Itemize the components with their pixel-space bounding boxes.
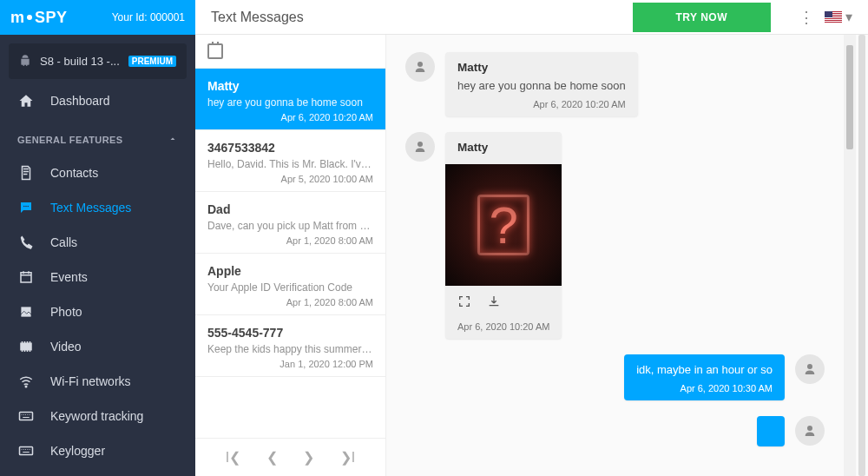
svg-rect-5 [20, 447, 33, 455]
image-icon [17, 304, 35, 320]
download-icon[interactable] [487, 294, 501, 311]
kebab-menu-icon[interactable]: ⋮ [799, 8, 814, 27]
pager-next[interactable]: ❯ [303, 449, 314, 466]
sidebar-item-label: Contacts [50, 166, 98, 180]
sidebar-item-events[interactable]: Events [0, 260, 195, 294]
sidebar: mSPY Your Id: 000001 S8 - build 13 -... … [0, 0, 195, 476]
expand-icon[interactable] [457, 294, 471, 311]
sidebar-item-label: Text Messages [50, 201, 131, 215]
sidebar-nav: Dashboard GENERAL FEATURES Contacts Text… [0, 83, 195, 476]
date-filter-row[interactable] [195, 35, 385, 69]
sidebar-item-calls[interactable]: Calls [0, 225, 195, 260]
message-time: Apr 6, 2020 10:20 AM [457, 99, 626, 109]
sidebar-item-photo[interactable]: Photo [0, 294, 195, 329]
avatar-icon [795, 354, 825, 384]
home-icon [17, 93, 35, 109]
conversation-item[interactable]: 555-4545-777Keep the kids happy this sum… [195, 315, 385, 377]
conv-time: Apr 1, 2020 8:00 AM [207, 235, 373, 246]
brand-dot-icon [27, 15, 32, 20]
sidebar-item-label: Events [50, 270, 88, 284]
incoming-message-row: Matty?Apr 6, 2020 10:20 AM [405, 132, 825, 339]
svg-point-1 [25, 206, 27, 208]
message-sender: Matty [445, 132, 562, 159]
message-bubble: Matty?Apr 6, 2020 10:20 AM [445, 132, 562, 339]
brand-m: m [10, 9, 24, 27]
avatar-icon [405, 52, 435, 82]
conv-preview: Hello, David. This is Mr. Black. I've no… [207, 158, 373, 170]
sidebar-item-dashboard[interactable]: Dashboard [0, 83, 195, 118]
wifi-icon [17, 374, 35, 389]
caret-down-icon: ▾ [845, 9, 852, 25]
try-now-button[interactable]: TRY NOW [633, 3, 772, 32]
sidebar-item-label: Keylogger [50, 444, 105, 458]
pager-prev[interactable]: ❮ [266, 449, 278, 466]
sidebar-item-label: Wi-Fi networks [50, 374, 131, 388]
conversation-item[interactable]: 3467533842Hello, David. This is Mr. Blac… [195, 130, 385, 192]
conversation-item[interactable]: DadDave, can you pick up Matt from schoo… [195, 192, 385, 254]
video-icon [17, 339, 35, 354]
conv-name: Apple [207, 264, 373, 278]
sidebar-item-label: Dashboard [50, 94, 110, 108]
message-image[interactable]: ? [445, 164, 562, 286]
page-title: Text Messages [211, 10, 622, 25]
conv-name: Dad [207, 202, 373, 216]
message-text: idk, maybe in an hour or so [636, 363, 773, 376]
conv-name: Matty [207, 79, 373, 93]
sidebar-item-text-messages[interactable]: Text Messages [0, 190, 195, 225]
sidebar-item-contacts[interactable]: Contacts [0, 155, 195, 190]
chat-scrollbar[interactable] [844, 35, 856, 476]
chevron-up-icon [168, 134, 178, 146]
sidebar-item-keyword-tracking[interactable]: Keyword tracking [0, 399, 195, 433]
conversation-item[interactable]: Mattyhey are you gonna be home soonApr 6… [195, 69, 385, 130]
sidebar-item-installed-apps[interactable]: Installed APPs [0, 468, 195, 476]
chat-body: Mattyhey are you gonna be home soonApr 6… [386, 35, 844, 476]
sidebar-item-keylogger[interactable]: Keylogger [0, 433, 195, 468]
sidebar-item-label: Calls [50, 235, 77, 249]
svg-point-0 [23, 206, 25, 208]
device-name: S8 - build 13 -... [40, 55, 120, 68]
user-id-label: Your Id: 000001 [112, 11, 185, 23]
phone-icon [17, 235, 35, 250]
message-text: hey are you gonna be home soon [457, 79, 626, 92]
pager: I❮ ❮ ❯ ❯I [195, 438, 385, 476]
pager-last[interactable]: ❯I [340, 449, 355, 466]
content-area: Mattyhey are you gonna be home soonApr 6… [195, 35, 868, 476]
message-sender: Matty [457, 61, 626, 74]
message-bubble: Mattyhey are you gonna be home soonApr 6… [445, 52, 638, 116]
question-mark-icon: ? [477, 195, 529, 255]
pager-first[interactable]: I❮ [226, 449, 240, 466]
header-bar: Text Messages TRY NOW ⋮ ▾ [195, 0, 868, 35]
keyboard-icon [17, 408, 35, 424]
page-scrollbar[interactable] [856, 35, 868, 476]
chat-column: Mattyhey are you gonna be home soonApr 6… [386, 35, 856, 476]
language-selector[interactable]: ▾ [825, 9, 852, 25]
chat-icon [17, 200, 35, 215]
page-scrollbar-thumb[interactable] [858, 35, 865, 476]
conv-name: 555-4545-777 [207, 326, 373, 340]
conv-preview: Your Apple ID Verification Code [207, 281, 373, 294]
conv-preview: Dave, can you pick up Matt from schoo... [207, 220, 373, 232]
brand-spy: SPY [35, 9, 68, 27]
conversation-item[interactable]: AppleYour Apple ID Verification CodeApr … [195, 254, 385, 315]
image-actions [445, 286, 562, 314]
android-icon [19, 54, 31, 69]
sidebar-item-label: Photo [50, 305, 82, 319]
outgoing-message-row: . [405, 416, 825, 446]
header-right-controls: ⋮ ▾ [799, 8, 852, 27]
message-time: Apr 6, 2020 10:30 AM [636, 383, 773, 393]
sidebar-item-video[interactable]: Video [0, 329, 195, 364]
clipboard-icon [17, 165, 35, 181]
conv-time: Apr 5, 2020 10:00 AM [207, 174, 373, 184]
calendar-icon [17, 269, 35, 285]
device-selector[interactable]: S8 - build 13 -... PREMIUM [9, 43, 187, 79]
conversation-list: Mattyhey are you gonna be home soonApr 6… [195, 69, 385, 438]
sidebar-item-wifi[interactable]: Wi-Fi networks [0, 364, 195, 399]
sidebar-section-general[interactable]: GENERAL FEATURES [0, 118, 195, 155]
scrollbar-thumb[interactable] [846, 45, 853, 149]
calendar-outline-icon [207, 43, 223, 59]
app-root: mSPY Your Id: 000001 S8 - build 13 -... … [0, 0, 868, 476]
outgoing-message-row: idk, maybe in an hour or soApr 6, 2020 1… [405, 354, 825, 400]
conversation-column: Mattyhey are you gonna be home soonApr 6… [195, 35, 386, 476]
main-pane: Text Messages TRY NOW ⋮ ▾ Mattyhey are y… [195, 0, 868, 476]
sidebar-item-label: Keyword tracking [50, 409, 143, 423]
